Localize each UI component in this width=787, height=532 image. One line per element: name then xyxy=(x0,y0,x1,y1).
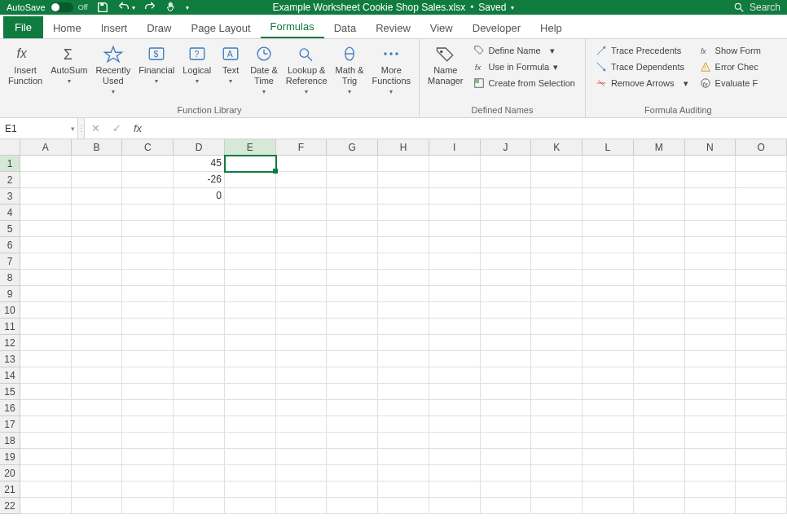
cell[interactable] xyxy=(531,286,583,302)
cell[interactable] xyxy=(481,351,532,367)
cell[interactable] xyxy=(685,253,736,270)
cell[interactable] xyxy=(634,221,685,237)
cell[interactable] xyxy=(327,319,378,335)
cell[interactable] xyxy=(20,172,72,188)
cell[interactable] xyxy=(72,319,123,335)
create-from-selection-button[interactable]: Create from Selection xyxy=(470,75,578,91)
cell[interactable] xyxy=(583,270,634,286)
column-header[interactable]: A xyxy=(20,139,72,156)
cell[interactable] xyxy=(327,416,378,433)
cell[interactable] xyxy=(72,221,123,237)
tab-page-layout[interactable]: Page Layout xyxy=(182,17,261,38)
cell[interactable] xyxy=(685,351,736,367)
cell[interactable] xyxy=(429,400,481,416)
cell[interactable] xyxy=(378,335,429,351)
cell[interactable] xyxy=(736,481,787,498)
column-header[interactable]: I xyxy=(429,139,481,156)
cell[interactable] xyxy=(122,400,174,416)
trace-dependents-button[interactable]: Trace Dependents xyxy=(592,59,692,75)
cell[interactable] xyxy=(634,204,685,221)
cell[interactable] xyxy=(583,302,634,319)
row-header[interactable]: 17 xyxy=(0,416,20,433)
cell[interactable] xyxy=(174,465,225,481)
cell[interactable] xyxy=(72,335,123,351)
row-header[interactable]: 4 xyxy=(0,204,20,221)
cell[interactable] xyxy=(20,416,72,433)
cell[interactable] xyxy=(122,221,174,237)
row-header[interactable]: 12 xyxy=(0,335,20,351)
cell[interactable] xyxy=(378,270,429,286)
cell[interactable] xyxy=(174,286,225,302)
cell[interactable] xyxy=(276,286,328,302)
cell[interactable] xyxy=(20,319,72,335)
insert-function-fx-button[interactable]: fx xyxy=(127,118,148,138)
cell[interactable] xyxy=(429,172,481,188)
column-header[interactable]: F xyxy=(276,139,328,156)
insert-function-button[interactable]: fx Insert Function xyxy=(5,41,46,103)
cell[interactable] xyxy=(72,367,123,384)
cell[interactable] xyxy=(72,156,123,172)
cell[interactable] xyxy=(634,351,685,367)
cell[interactable] xyxy=(481,416,532,433)
cell[interactable] xyxy=(72,416,123,433)
cell[interactable] xyxy=(72,253,123,270)
cell[interactable] xyxy=(122,481,174,498)
row-header[interactable]: 21 xyxy=(0,481,20,498)
cell[interactable] xyxy=(122,367,174,384)
cell[interactable] xyxy=(481,302,532,319)
cancel-formula-button[interactable]: ✕ xyxy=(85,118,106,138)
cell[interactable] xyxy=(20,156,72,172)
cell[interactable] xyxy=(685,384,736,400)
cell[interactable] xyxy=(481,319,532,335)
tab-home[interactable]: Home xyxy=(43,17,91,38)
row-header[interactable]: 18 xyxy=(0,433,20,449)
cell[interactable] xyxy=(72,481,123,498)
cell[interactable] xyxy=(634,449,685,465)
cell[interactable] xyxy=(531,237,583,253)
cell[interactable] xyxy=(225,335,276,351)
redo-button[interactable] xyxy=(143,1,156,14)
cell[interactable] xyxy=(276,498,328,514)
cell[interactable] xyxy=(481,465,532,481)
row-header[interactable]: 9 xyxy=(0,286,20,302)
cell[interactable] xyxy=(429,237,481,253)
cell[interactable] xyxy=(122,253,174,270)
cell[interactable] xyxy=(378,465,429,481)
cell[interactable] xyxy=(531,188,583,204)
cell[interactable] xyxy=(72,204,123,221)
cell[interactable] xyxy=(685,286,736,302)
cell[interactable] xyxy=(225,384,276,400)
cell[interactable]: 45 xyxy=(174,156,225,172)
search-box[interactable]: Search xyxy=(733,2,780,13)
more-functions-button[interactable]: More Functions▾ xyxy=(368,41,414,103)
cell[interactable] xyxy=(72,449,123,465)
cell[interactable] xyxy=(429,416,481,433)
save-button[interactable] xyxy=(96,1,109,14)
row-header[interactable]: 2 xyxy=(0,172,20,188)
cell[interactable] xyxy=(327,367,378,384)
cell[interactable] xyxy=(327,156,378,172)
cell[interactable] xyxy=(429,498,481,514)
cell[interactable] xyxy=(327,335,378,351)
cell[interactable] xyxy=(736,416,787,433)
cell[interactable] xyxy=(685,481,736,498)
cell[interactable] xyxy=(583,188,634,204)
cell[interactable] xyxy=(736,465,787,481)
cell[interactable] xyxy=(583,481,634,498)
cell[interactable] xyxy=(276,400,328,416)
cell[interactable] xyxy=(174,481,225,498)
row-header[interactable]: 14 xyxy=(0,367,20,384)
cell[interactable] xyxy=(72,351,123,367)
cell[interactable] xyxy=(122,286,174,302)
trace-precedents-button[interactable]: Trace Precedents xyxy=(592,42,692,59)
autosum-button[interactable]: Σ AutoSum ▾ xyxy=(47,41,90,103)
cell[interactable] xyxy=(736,156,787,172)
cell[interactable] xyxy=(225,253,276,270)
cell[interactable] xyxy=(685,302,736,319)
cell[interactable] xyxy=(20,351,72,367)
cell[interactable] xyxy=(174,351,225,367)
column-header[interactable]: G xyxy=(327,139,378,156)
cell[interactable] xyxy=(327,400,378,416)
cell[interactable] xyxy=(685,335,736,351)
cell[interactable] xyxy=(481,286,532,302)
